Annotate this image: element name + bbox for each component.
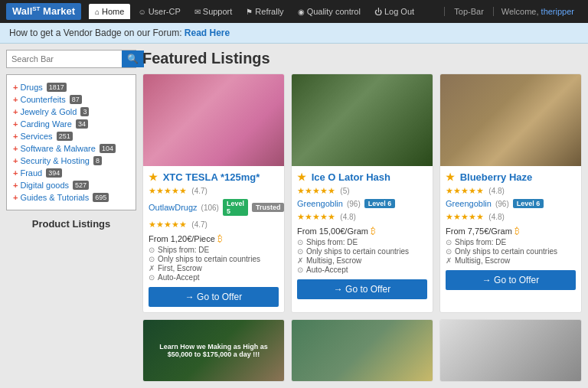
- level-badge-1: Level 5: [223, 199, 248, 216]
- seller-name-1[interactable]: OutlawDrugz: [149, 203, 198, 212]
- listing-image-1: [143, 74, 284, 166]
- nav-home[interactable]: ⌂ Home: [89, 4, 130, 19]
- search-button[interactable]: 🔍: [122, 51, 144, 67]
- ships-from-1: ⊙ Ships from: DE: [149, 246, 279, 254]
- listing-title-3[interactable]: ★ Blueberry Haze: [446, 171, 576, 183]
- cat-guides-label: Guides & Tutorials: [20, 193, 89, 202]
- cat-security-badge: 8: [93, 156, 102, 165]
- cat-counterfeits-label: Counterfeits: [20, 95, 65, 104]
- quality-icon: ◉: [298, 8, 305, 16]
- listing-image-2: [292, 74, 433, 166]
- escrow-3: ✗ Multisig, Escrow: [446, 256, 576, 265]
- cat-plus-icon: +: [13, 181, 18, 190]
- listing-card-bottom-2[interactable]: [291, 319, 433, 382]
- ships-to-1: ⊙ Only ships to certain countries: [149, 255, 279, 263]
- bottom-image-1: Learn How we Making as High as$50,000 to…: [143, 320, 284, 381]
- home-icon: ⌂: [95, 8, 100, 16]
- listing-card-2: ★ Ice O Lator Hash ★★★★★ (5) Greengoblin…: [291, 73, 433, 313]
- ship-icon: ⊙: [297, 238, 303, 246]
- cat-counterfeits[interactable]: + Counterfeits 87: [13, 93, 129, 106]
- infobar-link[interactable]: Read Here: [185, 28, 230, 38]
- cat-guides[interactable]: + Guides & Tutorials 695: [13, 191, 129, 204]
- listing-card-bottom-1[interactable]: Learn How we Making as High as$50,000 to…: [142, 319, 285, 382]
- topbar-label: Top-Bar: [444, 7, 494, 16]
- cat-drugs[interactable]: + Drugs 1817: [13, 81, 129, 93]
- cat-plus-icon: +: [13, 132, 18, 141]
- listing-title-1[interactable]: ★ XTC TESLA *125mg*: [149, 171, 279, 183]
- seller-row-2: Greengoblin (96) Level 6: [297, 199, 427, 208]
- escrow-2: ✗ Multisig, Escrow: [297, 256, 427, 265]
- welcome-username[interactable]: theripper: [541, 7, 574, 16]
- cat-services-label: Services: [20, 132, 52, 141]
- cat-software-label: Software & Malware: [20, 144, 95, 153]
- star-icon: ★: [297, 171, 306, 183]
- go-to-offer-btn-2[interactable]: → Go to Offer: [297, 279, 427, 299]
- btc-icon-2: ₿: [371, 226, 376, 236]
- nav-user-cp[interactable]: ☺ User-CP: [132, 4, 186, 19]
- listing-card-bottom-3[interactable]: [439, 319, 582, 382]
- ship-icon: ⊙: [149, 246, 155, 254]
- welcome-prefix: Welcome,: [501, 7, 541, 16]
- cat-drugs-label: Drugs: [20, 83, 42, 92]
- auto-icon: ⊙: [149, 273, 155, 282]
- nav-user-cp-label: User-CP: [149, 7, 181, 16]
- listing-stars-3: ★★★★★ (4.8): [446, 185, 576, 196]
- listing-image-3: [440, 74, 581, 166]
- star-icon: ★: [446, 171, 455, 183]
- user-icon: ☺: [138, 8, 145, 16]
- cat-carding[interactable]: + Carding Ware 34: [13, 118, 129, 130]
- cat-fraud[interactable]: + Fraud 394: [13, 167, 129, 179]
- listing-card-1: ★ XTC TESLA *125mg* ★★★★★ (4.7) OutlawDr…: [142, 73, 285, 313]
- nav-support[interactable]: ✉ Support: [188, 4, 239, 19]
- go-to-offer-btn-1[interactable]: → Go to Offer: [149, 287, 279, 307]
- cat-carding-badge: 34: [76, 119, 88, 129]
- cat-jewelry-badge: 3: [80, 107, 89, 116]
- cat-plus-icon: +: [13, 144, 18, 153]
- ships-from-3: ⊙ Ships from: DE: [446, 238, 576, 246]
- nav-quality[interactable]: ◉ Quality control: [292, 4, 367, 19]
- seller-name-3[interactable]: Greengoblin: [446, 199, 492, 208]
- cat-fraud-badge: 394: [46, 168, 62, 178]
- cat-plus-icon: +: [13, 168, 18, 178]
- nav-support-label: Support: [203, 7, 233, 16]
- cat-jewelry[interactable]: + Jewelry & Gold 3: [13, 106, 129, 118]
- listing-title-2[interactable]: ★ Ice O Lator Hash: [297, 171, 427, 183]
- cat-software-badge: 104: [100, 144, 116, 153]
- seller-row-1: OutlawDrugz (106) Level 5 Trusted: [149, 199, 279, 216]
- bottom-image-3: [440, 320, 581, 381]
- cat-services[interactable]: + Services 251: [13, 130, 129, 142]
- logo[interactable]: WallST Market: [6, 3, 81, 19]
- cat-software[interactable]: + Software & Malware 104: [13, 142, 129, 155]
- go-to-offer-btn-3[interactable]: → Go to Offer: [446, 270, 576, 290]
- cat-security[interactable]: + Security & Hosting 8: [13, 155, 129, 167]
- search-input[interactable]: [7, 51, 122, 67]
- price-2: From 15,00€/Gram ₿: [297, 226, 427, 236]
- escrow-icon: ✗: [297, 256, 303, 265]
- listing-body-3: ★ Blueberry Haze ★★★★★ (4.8) Greengoblin…: [440, 166, 581, 295]
- seller-name-2[interactable]: Greengoblin: [297, 199, 343, 208]
- nav-refrally-label: Refrally: [255, 7, 283, 16]
- cat-fraud-label: Fraud: [20, 168, 42, 178]
- nav-refrally[interactable]: ⚑ Refrally: [240, 4, 289, 19]
- globe-icon: ⊙: [149, 255, 155, 263]
- cat-security-label: Security & Hosting: [20, 156, 89, 165]
- sidebar: 🔍 + Drugs 1817 + Counterfeits 87 + Jewel…: [6, 50, 136, 382]
- refrally-icon: ⚑: [246, 8, 253, 16]
- btc-icon-3: ₿: [514, 226, 520, 236]
- price-3: From 7,75€/Gram ₿: [446, 226, 576, 236]
- cat-plus-icon: +: [13, 83, 18, 92]
- listing-card-3: ★ Blueberry Haze ★★★★★ (4.8) Greengoblin…: [439, 73, 582, 313]
- escrow-icon: ✗: [446, 256, 452, 265]
- topbar: WallST Market ⌂ Home ☺ User-CP ✉ Support…: [0, 0, 588, 23]
- cat-digital[interactable]: + Digital goods 527: [13, 179, 129, 191]
- sidebar-label: Product Listings: [6, 218, 136, 230]
- nav-logout[interactable]: ⏻ Log Out: [368, 4, 420, 19]
- listing-stars-2: ★★★★★ (5): [297, 185, 427, 196]
- cat-services-badge: 251: [57, 132, 73, 141]
- seller-stats-2: (96): [347, 200, 361, 208]
- cat-plus-icon: +: [13, 193, 18, 202]
- listing-body-2: ★ Ice O Lator Hash ★★★★★ (5) Greengoblin…: [292, 166, 433, 305]
- auto-accept-1: ⊙ Auto-Accept: [149, 273, 279, 282]
- ship-icon: ⊙: [446, 238, 452, 246]
- cat-plus-icon: +: [13, 119, 18, 129]
